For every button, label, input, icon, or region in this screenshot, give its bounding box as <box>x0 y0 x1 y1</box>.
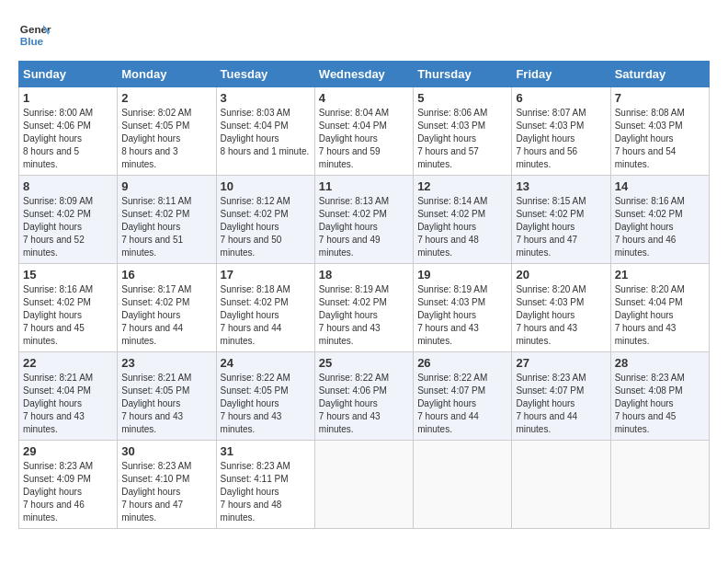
daylight-label: Daylight hours <box>516 310 574 320</box>
day-number: 23 <box>121 356 211 370</box>
sunrise-label: Sunrise: 8:22 AM <box>417 373 487 383</box>
day-number: 19 <box>417 268 507 282</box>
day-number: 21 <box>615 268 705 282</box>
calendar-day-cell: 7 Sunrise: 8:08 AM Sunset: 4:03 PM Dayli… <box>610 87 709 176</box>
sunset-label: Sunset: 4:06 PM <box>23 121 91 131</box>
daylight-label: Daylight hours <box>121 487 180 497</box>
calendar-day-cell: 4 Sunrise: 8:04 AM Sunset: 4:04 PM Dayli… <box>314 87 413 176</box>
daylight-value: 7 hours and 44 minutes. <box>121 323 183 346</box>
day-number: 18 <box>319 268 409 282</box>
weekday-header-monday: Monday <box>118 62 216 87</box>
daylight-label: Daylight hours <box>23 398 82 408</box>
daylight-value: 7 hours and 43 minutes. <box>221 411 282 434</box>
day-number: 15 <box>23 268 113 282</box>
day-info: Sunrise: 8:20 AM Sunset: 4:03 PM Dayligh… <box>516 283 606 348</box>
day-info: Sunrise: 8:20 AM Sunset: 4:04 PM Dayligh… <box>615 283 705 348</box>
day-info: Sunrise: 8:14 AM Sunset: 4:02 PM Dayligh… <box>417 195 507 259</box>
weekday-header-tuesday: Tuesday <box>216 62 314 87</box>
calendar-day-cell: 15 Sunrise: 8:16 AM Sunset: 4:02 PM Dayl… <box>19 264 118 352</box>
sunset-label: Sunset: 4:04 PM <box>23 385 91 396</box>
calendar-body: 1 Sunrise: 8:00 AM Sunset: 4:06 PM Dayli… <box>19 87 710 529</box>
day-info: Sunrise: 8:23 AM Sunset: 4:08 PM Dayligh… <box>615 372 705 436</box>
daylight-label: Daylight hours <box>319 133 378 144</box>
calendar-day-cell: 27 Sunrise: 8:23 AM Sunset: 4:07 PM Dayl… <box>512 352 610 441</box>
calendar-day-cell: 29 Sunrise: 8:23 AM Sunset: 4:09 PM Dayl… <box>19 441 118 529</box>
day-info: Sunrise: 8:21 AM Sunset: 4:05 PM Dayligh… <box>121 372 211 436</box>
day-info: Sunrise: 8:16 AM Sunset: 4:02 PM Dayligh… <box>23 283 113 348</box>
sunrise-label: Sunrise: 8:23 AM <box>23 461 93 471</box>
day-info: Sunrise: 8:23 AM Sunset: 4:10 PM Dayligh… <box>121 460 211 524</box>
day-info: Sunrise: 8:18 AM Sunset: 4:02 PM Dayligh… <box>221 283 311 348</box>
weekday-header-saturday: Saturday <box>610 62 709 87</box>
daylight-label: Daylight hours <box>121 133 180 144</box>
day-info: Sunrise: 8:19 AM Sunset: 4:02 PM Dayligh… <box>319 283 409 348</box>
sunset-label: Sunset: 4:02 PM <box>615 209 683 219</box>
calendar-week-row: 29 Sunrise: 8:23 AM Sunset: 4:09 PM Dayl… <box>19 441 710 529</box>
daylight-label: Daylight hours <box>516 222 574 232</box>
sunset-label: Sunset: 4:04 PM <box>319 121 387 131</box>
day-info: Sunrise: 8:00 AM Sunset: 4:06 PM Dayligh… <box>23 107 113 171</box>
calendar-day-cell: 6 Sunrise: 8:07 AM Sunset: 4:03 PM Dayli… <box>512 87 610 176</box>
daylight-label: Daylight hours <box>221 487 279 497</box>
sunrise-label: Sunrise: 8:21 AM <box>23 373 93 383</box>
daylight-value: 7 hours and 43 minutes. <box>319 323 381 346</box>
calendar-day-cell: 10 Sunrise: 8:12 AM Sunset: 4:02 PM Dayl… <box>216 176 314 264</box>
sunset-label: Sunset: 4:02 PM <box>121 297 189 307</box>
calendar-day-cell: 18 Sunrise: 8:19 AM Sunset: 4:02 PM Dayl… <box>314 264 413 352</box>
calendar-day-cell: 13 Sunrise: 8:15 AM Sunset: 4:02 PM Dayl… <box>512 176 610 264</box>
day-info: Sunrise: 8:13 AM Sunset: 4:02 PM Dayligh… <box>319 195 409 259</box>
day-number: 26 <box>417 356 507 370</box>
sunrise-label: Sunrise: 8:12 AM <box>221 196 290 206</box>
daylight-value: 7 hours and 43 minutes. <box>615 323 677 346</box>
sunrise-label: Sunrise: 8:09 AM <box>23 196 93 206</box>
sunset-label: Sunset: 4:02 PM <box>516 209 584 219</box>
sunrise-label: Sunrise: 8:23 AM <box>615 373 685 383</box>
day-info: Sunrise: 8:11 AM Sunset: 4:02 PM Dayligh… <box>121 195 211 259</box>
calendar-day-cell: 21 Sunrise: 8:20 AM Sunset: 4:04 PM Dayl… <box>610 264 709 352</box>
daylight-label: Daylight hours <box>121 222 180 232</box>
sunrise-label: Sunrise: 8:23 AM <box>516 373 586 383</box>
calendar-day-cell <box>512 441 610 529</box>
daylight-label: Daylight hours <box>417 133 476 144</box>
daylight-label: Daylight hours <box>615 222 674 232</box>
calendar-day-cell <box>414 441 512 529</box>
sunrise-label: Sunrise: 8:18 AM <box>221 284 290 294</box>
daylight-label: Daylight hours <box>121 310 180 320</box>
daylight-value: 7 hours and 44 minutes. <box>516 411 577 434</box>
daylight-value: 7 hours and 59 minutes. <box>319 146 381 169</box>
day-number: 14 <box>615 179 705 193</box>
sunrise-label: Sunrise: 8:23 AM <box>121 461 191 471</box>
day-number: 17 <box>221 268 311 282</box>
day-number: 5 <box>417 91 507 105</box>
calendar-day-cell: 14 Sunrise: 8:16 AM Sunset: 4:02 PM Dayl… <box>610 176 709 264</box>
daylight-value: 7 hours and 46 minutes. <box>23 500 85 523</box>
day-info: Sunrise: 8:12 AM Sunset: 4:02 PM Dayligh… <box>221 195 311 259</box>
day-number: 28 <box>615 356 705 370</box>
calendar-day-cell: 5 Sunrise: 8:06 AM Sunset: 4:03 PM Dayli… <box>414 87 512 176</box>
calendar-day-cell <box>314 441 413 529</box>
sunrise-label: Sunrise: 8:02 AM <box>121 108 191 118</box>
logo: General Blue <box>18 18 51 52</box>
sunset-label: Sunset: 4:02 PM <box>221 297 289 307</box>
daylight-label: Daylight hours <box>615 133 674 144</box>
daylight-value: 7 hours and 45 minutes. <box>615 411 677 434</box>
daylight-value: 7 hours and 50 minutes. <box>221 235 282 258</box>
day-info: Sunrise: 8:22 AM Sunset: 4:06 PM Dayligh… <box>319 372 409 436</box>
daylight-value: 7 hours and 56 minutes. <box>516 146 577 169</box>
calendar-day-cell: 23 Sunrise: 8:21 AM Sunset: 4:05 PM Dayl… <box>118 352 216 441</box>
sunset-label: Sunset: 4:07 PM <box>417 385 485 396</box>
daylight-value: 8 hours and 3 minutes. <box>121 146 177 169</box>
day-info: Sunrise: 8:04 AM Sunset: 4:04 PM Dayligh… <box>319 107 409 171</box>
day-info: Sunrise: 8:23 AM Sunset: 4:11 PM Dayligh… <box>221 460 311 524</box>
day-number: 16 <box>121 268 211 282</box>
logo-icon: General Blue <box>18 18 51 52</box>
calendar-day-cell: 1 Sunrise: 8:00 AM Sunset: 4:06 PM Dayli… <box>19 87 118 176</box>
daylight-value: 7 hours and 44 minutes. <box>221 323 282 346</box>
daylight-value: 7 hours and 49 minutes. <box>319 235 381 258</box>
sunrise-label: Sunrise: 8:13 AM <box>319 196 389 206</box>
daylight-value: 7 hours and 43 minutes. <box>417 323 479 346</box>
calendar-day-cell: 25 Sunrise: 8:22 AM Sunset: 4:06 PM Dayl… <box>314 352 413 441</box>
sunset-label: Sunset: 4:03 PM <box>417 121 485 131</box>
sunset-label: Sunset: 4:05 PM <box>121 121 189 131</box>
sunset-label: Sunset: 4:06 PM <box>319 385 387 396</box>
